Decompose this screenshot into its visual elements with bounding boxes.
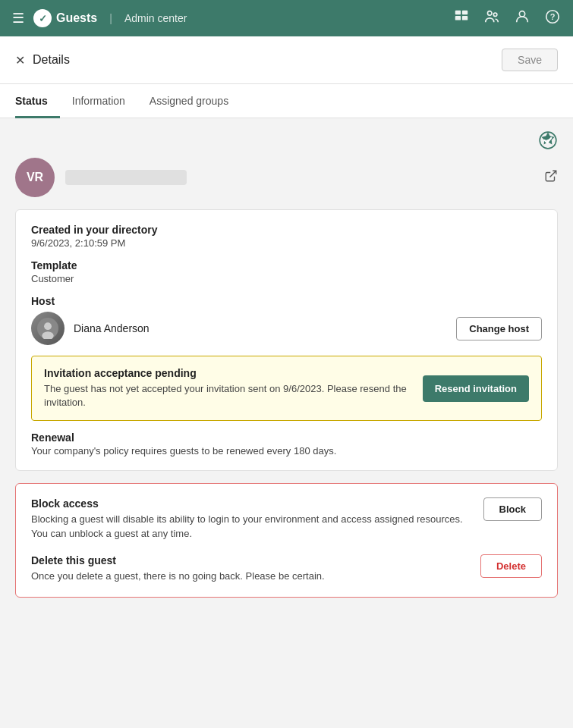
- app-logo: ✓ Guests: [33, 9, 97, 27]
- page-header: ✕ Details Save: [0, 36, 573, 84]
- resend-invitation-button[interactable]: Resend invitation: [423, 375, 529, 402]
- invitation-title: Invitation acceptance pending: [44, 367, 411, 379]
- delete-label: Delete this guest: [31, 554, 471, 566]
- danger-zone-card: Block access Blocking a guest will disab…: [15, 483, 558, 598]
- app-name: Guests: [56, 11, 97, 25]
- svg-rect-2: [455, 16, 461, 20]
- external-link-icon[interactable]: [544, 169, 558, 186]
- logo-icon: ✓: [33, 9, 52, 27]
- block-button[interactable]: Block: [483, 497, 542, 521]
- nav-icon-group: ?: [453, 8, 561, 29]
- tab-bar: Status Information Assigned groups: [0, 84, 573, 118]
- template-value: Customer: [31, 273, 542, 284]
- verified-icon: [538, 130, 558, 155]
- svg-rect-0: [455, 10, 461, 14]
- renewal-section: Renewal Your company's policy requires g…: [31, 431, 542, 457]
- delete-section: Delete this guest Once you delete a gues…: [31, 554, 542, 583]
- change-host-button[interactable]: Change host: [456, 317, 542, 340]
- info-card: Created in your directory 9/6/2023, 2:10…: [15, 209, 558, 471]
- profile-row: VR: [15, 158, 558, 197]
- svg-point-6: [519, 11, 524, 16]
- host-row: Diana Anderson Change host: [31, 312, 542, 345]
- save-button[interactable]: Save: [502, 49, 558, 71]
- svg-point-11: [44, 322, 52, 330]
- tab-assigned-groups[interactable]: Assigned groups: [137, 84, 241, 118]
- host-avatar-image: [31, 312, 65, 345]
- avatar-name-placeholder: [65, 170, 187, 185]
- invitation-pending-box: Invitation acceptance pending The guest …: [31, 356, 542, 421]
- person-icon[interactable]: [514, 8, 530, 29]
- host-avatar: [31, 312, 65, 345]
- close-button[interactable]: ✕: [15, 53, 25, 67]
- invitation-text: Invitation acceptance pending The guest …: [44, 367, 411, 410]
- verified-badge-row: [15, 130, 558, 155]
- tab-information[interactable]: Information: [60, 84, 137, 118]
- avatar: VR: [15, 158, 55, 197]
- hamburger-menu[interactable]: ☰: [12, 10, 24, 27]
- block-label: Block access: [31, 497, 474, 510]
- block-description: Blocking a guest will disable its abilit…: [31, 513, 474, 540]
- help-icon[interactable]: ?: [544, 8, 561, 29]
- block-row: Block access Blocking a guest will disab…: [31, 497, 542, 540]
- page-header-left: ✕ Details: [15, 53, 70, 67]
- admin-center-label: Admin center: [124, 12, 187, 24]
- invitation-description: The guest has not yet accepted your invi…: [44, 382, 411, 410]
- renewal-description: Your company's policy requires guests to…: [31, 445, 542, 457]
- users-icon[interactable]: [483, 8, 500, 29]
- main-content: VR Created in your directory 9/6/2023, 2…: [0, 118, 573, 610]
- svg-point-5: [493, 12, 497, 16]
- block-section: Block access Blocking a guest will disab…: [31, 497, 542, 540]
- host-name: Diana Anderson: [74, 322, 447, 334]
- svg-line-9: [550, 171, 556, 177]
- svg-rect-1: [462, 10, 468, 14]
- nav-divider: |: [109, 12, 112, 24]
- top-navigation: ☰ ✓ Guests | Admin center ?: [0, 0, 573, 36]
- page-title: Details: [33, 53, 70, 67]
- template-label: Template: [31, 259, 542, 271]
- block-text: Block access Blocking a guest will disab…: [31, 497, 474, 540]
- delete-description: Once you delete a guest, there is no goi…: [31, 570, 471, 583]
- delete-button[interactable]: Delete: [480, 554, 542, 578]
- svg-rect-3: [462, 16, 468, 20]
- svg-point-4: [488, 11, 493, 15]
- host-label: Host: [31, 295, 542, 307]
- created-value: 9/6/2023, 2:10:59 PM: [31, 237, 542, 249]
- renewal-label: Renewal: [31, 431, 542, 444]
- svg-text:?: ?: [550, 11, 556, 20]
- created-label: Created in your directory: [31, 224, 542, 236]
- tab-status[interactable]: Status: [15, 84, 60, 118]
- profile-icon[interactable]: [453, 8, 470, 29]
- delete-row: Delete this guest Once you delete a gues…: [31, 554, 542, 583]
- delete-text: Delete this guest Once you delete a gues…: [31, 554, 471, 583]
